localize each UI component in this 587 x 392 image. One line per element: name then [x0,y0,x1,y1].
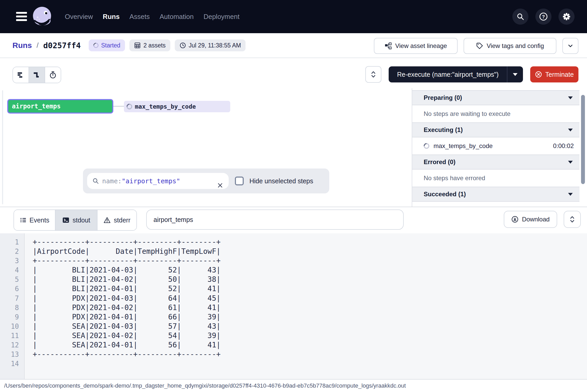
tab-stdout[interactable]: stdout [55,210,97,230]
help-icon: ? [539,12,548,21]
graph-scrollbar-track[interactable] [2,90,3,204]
run-toolbar: Re-execute (name:"airport_temps") Termin… [0,58,587,88]
breadcrumb-runs-link[interactable]: Runs [12,41,32,50]
graph-node-max-temps-by-code[interactable]: max_temps_by_code [124,101,230,112]
grid-icon [134,42,141,49]
nav-item-automation[interactable]: Automation [159,13,194,21]
breadcrumb-separator: / [37,41,39,50]
chevron-down-icon [567,43,574,49]
nav-item-overview[interactable]: Overview [65,13,93,21]
graph-edge [113,106,124,107]
tag-icon [476,42,483,50]
caret-down-icon [568,96,573,99]
nav-item-runs[interactable]: Runs [103,13,120,21]
filter-query-prefix: name: [102,177,122,185]
log-tabs: Events stdout stderr [13,209,137,231]
log-line: 4| BLI|2021-04-03| 52| 43| [0,265,587,275]
log-step-selector[interactable]: airport_temps [146,209,404,230]
nav-links: Overview Runs Assets Automation Deployme… [65,0,240,33]
hamburger-menu-icon[interactable] [16,12,27,21]
section-executing[interactable]: Executing (1) [412,122,579,137]
timestamp-badge: Jul 29, 11:38:55 AM [175,39,246,51]
steps-panel: Preparing (0) No steps are waiting to ex… [412,88,579,207]
gantt-waterfall-view-button[interactable] [29,67,45,83]
step-filter-bar: name: "airport_temps" Hide unselected st… [83,169,329,193]
log-line: 13+-----------+----------+---------+----… [0,350,587,359]
log-line: 12| SEA|2021-04-01| 56| 41| [0,340,587,350]
dagster-logo-icon[interactable] [31,5,53,28]
download-button[interactable]: Download [504,211,557,228]
errored-empty-row: No steps have errored [412,170,579,187]
log-line: 10| SEA|2021-04-03| 57| 43| [0,322,587,331]
run-header: Runs / d0257ff4 Started 2 assets Jul 29,… [0,33,587,58]
view-asset-lineage-button[interactable]: View asset lineage [374,38,458,54]
section-errored[interactable]: Errored (0) [412,155,579,170]
gantt-flat-view-button[interactable] [13,67,29,83]
log-expand-button[interactable] [564,211,581,228]
caret-down-icon [568,129,573,131]
nav-item-deployment[interactable]: Deployment [204,13,240,21]
warning-icon [103,217,111,223]
section-succeeded[interactable]: Succeeded (1) [412,187,579,202]
log-file-path-bar: /Users/ben/repos/components_demo/spark-d… [0,379,587,392]
help-button[interactable]: ? [535,9,551,25]
terminal-icon [62,217,69,223]
timing-view-button[interactable] [45,67,61,83]
gantt-flat-icon [17,71,25,79]
search-button[interactable] [512,9,528,25]
stopwatch-icon [49,71,57,79]
toolbar-actions: Re-execute (name:"airport_temps") Termin… [365,66,578,83]
view-tags-config-button[interactable]: View tags and config [464,38,556,54]
reexecute-dropdown-button[interactable] [507,66,523,82]
stdout-log-view: 1+-----------+----------+---------+-----… [0,233,587,379]
download-icon [511,216,519,223]
view-mode-toggle [12,67,61,83]
breadcrumb: Runs / d0257ff4 [12,33,81,58]
up-down-chevrons-icon [370,71,377,78]
dagster-run-page: Overview Runs Assets Automation Deployme… [0,0,587,392]
preparing-empty-row: No steps are waiting to execute [412,105,579,122]
tab-events[interactable]: Events [14,210,55,230]
panel-scrollbar-thumb[interactable] [581,95,585,184]
step-elapsed-time: 0:00:02 [553,142,574,150]
filter-query-value: "airport_temps" [122,177,180,185]
svg-text:?: ? [542,14,545,19]
gantt-waterfall-icon [33,71,41,79]
executing-step-row[interactable]: max_temps_by_code 0:00:02 [412,137,579,155]
log-line: 7| PDX|2021-04-03| 64| 45| [0,294,587,303]
log-line: 6| BLI|2021-04-01| 52| 41| [0,284,587,293]
top-navbar: Overview Runs Assets Automation Deployme… [0,0,587,33]
header-more-button[interactable] [562,38,578,54]
list-icon [20,217,26,223]
log-line: 1+-----------+----------+---------+-----… [0,237,587,247]
search-icon [516,13,524,20]
search-icon [92,178,99,184]
tab-stderr[interactable]: stderr [97,210,136,230]
nav-item-assets[interactable]: Assets [129,13,150,21]
log-file-path: /Users/ben/repos/components_demo/spark-d… [4,382,406,389]
header-actions: View asset lineage View tags and config [374,38,578,54]
clear-filter-icon[interactable] [216,177,224,193]
hide-unselected-label: Hide unselected steps [249,169,313,193]
caret-down-icon [513,73,518,76]
log-toolbar: Events stdout stderr airport_temps D [0,207,587,233]
step-filter-input[interactable]: name: "airport_temps" [87,173,229,189]
assets-count-badge: 2 assets [129,39,170,51]
section-preparing[interactable]: Preparing (0) [412,90,579,105]
reexecute-button[interactable]: Re-execute (name:"airport_temps") [389,71,507,78]
log-lines: 1+-----------+----------+---------+-----… [0,237,587,368]
terminate-button[interactable]: Terminate [530,66,578,82]
hide-unselected-checkbox[interactable] [235,177,244,185]
graph-node-airport-temps[interactable]: airport_temps [7,99,113,114]
cancel-circle-icon [535,71,542,78]
reexecute-button-group: Re-execute (name:"airport_temps") [389,66,523,82]
log-line: 11| SEA|2021-04-02| 54| 39| [0,331,587,340]
spinner-icon [92,42,100,49]
lineage-icon [385,42,392,50]
log-line: 8| PDX|2021-04-02| 61| 41| [0,303,587,312]
spinner-icon [422,142,430,150]
spinner-icon [125,102,133,110]
zoom-fit-button[interactable] [365,66,381,83]
settings-button[interactable] [558,9,575,25]
run-badges: Started 2 assets Jul 29, 11:38:55 AM [89,39,246,51]
